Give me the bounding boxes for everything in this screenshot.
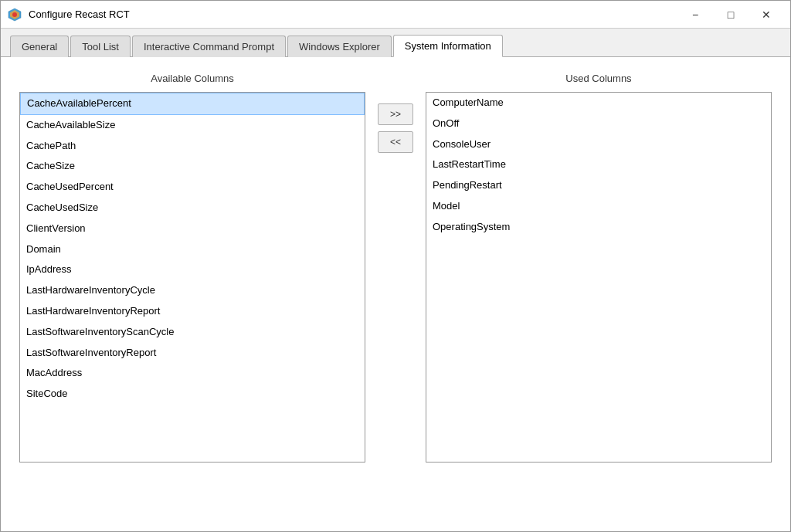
transfer-controls: >> << (365, 103, 426, 153)
maximize-button[interactable]: □ (713, 4, 749, 25)
tab-content: Available Columns CacheAvailablePercent … (1, 57, 790, 531)
window-title: Configure Recast RCT (29, 8, 130, 20)
list-item[interactable]: MacAddress (20, 363, 365, 384)
tab-tool-list[interactable]: Tool List (70, 36, 131, 57)
list-item[interactable]: ClientVersion (20, 219, 365, 239)
title-bar-left: Configure Recast RCT (7, 7, 130, 22)
used-columns-header: Used Columns (426, 73, 772, 84)
used-columns-section: Used Columns ComputerName OnOff ConsoleU… (426, 73, 772, 463)
list-item[interactable]: LastRestartTime (426, 154, 771, 175)
tab-windows-explorer[interactable]: Windows Explorer (287, 36, 392, 57)
title-bar: Configure Recast RCT − □ ✕ (1, 1, 790, 29)
available-columns-header: Available Columns (19, 73, 365, 84)
svg-point-2 (12, 12, 17, 17)
list-item[interactable]: ComputerName (426, 93, 771, 114)
list-item[interactable]: LastSoftwareInventoryReport (20, 343, 365, 364)
tab-system-information[interactable]: System Information (393, 35, 503, 57)
list-item[interactable]: CacheUsedPercent (20, 177, 365, 198)
move-left-button[interactable]: << (378, 131, 413, 153)
list-item[interactable]: SiteCode (20, 384, 365, 405)
list-item[interactable]: LastHardwareInventoryReport (20, 301, 365, 322)
columns-container: Available Columns CacheAvailablePercent … (19, 73, 772, 516)
list-item[interactable]: ConsoleUser (426, 134, 771, 155)
list-item[interactable]: CacheAvailableSize (20, 115, 365, 136)
main-window: Configure Recast RCT − □ ✕ General Tool … (0, 0, 791, 532)
available-columns-list[interactable]: CacheAvailablePercent CacheAvailableSize… (19, 92, 365, 463)
list-item[interactable]: PendingRestart (426, 175, 771, 196)
tab-general[interactable]: General (10, 36, 69, 57)
minimize-button[interactable]: − (677, 4, 713, 25)
list-item[interactable]: CacheAvailablePercent (20, 93, 365, 115)
list-item[interactable]: Domain (20, 239, 365, 260)
list-item[interactable]: CacheSize (20, 156, 365, 177)
list-item[interactable]: Model (426, 196, 771, 217)
tab-interactive-command-prompt[interactable]: Interactive Command Prompt (132, 36, 286, 57)
list-item[interactable]: OnOff (426, 114, 771, 134)
list-item[interactable]: OperatingSystem (426, 217, 771, 238)
list-item[interactable]: CachePath (20, 136, 365, 157)
list-item[interactable]: IpAddress (20, 259, 365, 280)
app-icon (7, 7, 22, 22)
list-item[interactable]: LastSoftwareInventoryScanCycle (20, 322, 365, 343)
tab-bar: General Tool List Interactive Command Pr… (1, 29, 790, 57)
available-columns-section: Available Columns CacheAvailablePercent … (19, 73, 365, 463)
close-button[interactable]: ✕ (749, 4, 784, 25)
window-controls: − □ ✕ (677, 4, 784, 25)
move-right-button[interactable]: >> (378, 103, 413, 125)
list-item[interactable]: CacheUsedSize (20, 198, 365, 219)
list-item[interactable]: LastHardwareInventoryCycle (20, 280, 365, 301)
used-columns-list[interactable]: ComputerName OnOff ConsoleUser LastResta… (426, 92, 772, 463)
